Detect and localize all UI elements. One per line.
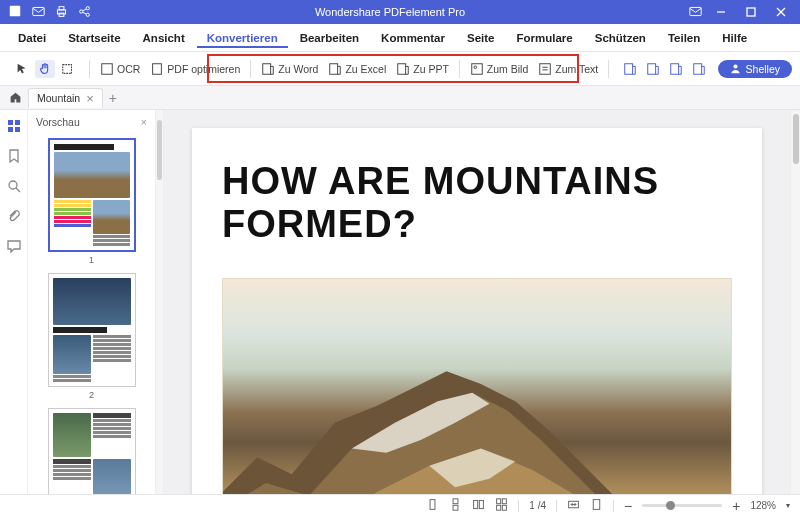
- svg-rect-24: [625, 63, 633, 74]
- minimize-button[interactable]: [710, 3, 732, 21]
- mail2-icon[interactable]: [689, 5, 702, 20]
- page-indicator[interactable]: 1 /4: [529, 500, 546, 511]
- menu-teilen[interactable]: Teilen: [658, 28, 710, 48]
- fit-width-icon[interactable]: [567, 498, 580, 513]
- print-icon[interactable]: [55, 5, 68, 20]
- svg-rect-10: [747, 8, 755, 16]
- zoom-dropdown-icon[interactable]: ▾: [786, 501, 790, 510]
- home-icon[interactable]: [6, 89, 24, 107]
- svg-rect-41: [503, 499, 507, 504]
- tab-add-button[interactable]: +: [109, 90, 117, 106]
- select-tool[interactable]: [58, 60, 78, 78]
- convert-other4-button[interactable]: [689, 60, 709, 78]
- document-tabbar: Mountain × +: [0, 86, 800, 110]
- svg-rect-36: [453, 499, 458, 504]
- user-account-button[interactable]: Shelley: [718, 60, 792, 78]
- page-1: HOW ARE MOUNTAINS FORMED?: [192, 128, 762, 509]
- toolbar: OCR PDF optimieren Zu Word Zu Excel Zu P…: [0, 52, 800, 86]
- menu-bar: Datei Startseite Ansicht Konvertieren Be…: [0, 24, 800, 52]
- to-ppt-label: Zu PPT: [413, 63, 449, 75]
- svg-rect-32: [15, 127, 20, 132]
- to-image-button[interactable]: Zum Bild: [467, 60, 531, 78]
- svg-rect-3: [59, 6, 64, 9]
- thumb-scrollbar[interactable]: [156, 110, 164, 509]
- zoom-slider[interactable]: [642, 504, 722, 507]
- thumbnails-icon[interactable]: [6, 118, 22, 134]
- svg-rect-17: [330, 63, 338, 74]
- svg-rect-14: [102, 63, 113, 74]
- convert-other1-button[interactable]: [620, 60, 640, 78]
- svg-point-28: [733, 64, 737, 68]
- menu-kommentar[interactable]: Kommentar: [371, 28, 455, 48]
- layout-two-cont-icon[interactable]: [495, 498, 508, 513]
- tab-close-button[interactable]: ×: [86, 92, 94, 105]
- search-icon[interactable]: [6, 178, 22, 194]
- to-text-button[interactable]: Zum Text: [535, 60, 601, 78]
- document-tab[interactable]: Mountain ×: [28, 88, 103, 108]
- document-tab-label: Mountain: [37, 92, 80, 104]
- menu-bearbeiten[interactable]: Bearbeiten: [290, 28, 369, 48]
- svg-point-5: [80, 9, 83, 12]
- page-viewport[interactable]: HOW ARE MOUNTAINS FORMED?: [164, 110, 790, 509]
- svg-point-6: [86, 6, 89, 9]
- vertical-scrollbar[interactable]: [790, 110, 800, 509]
- svg-rect-8: [690, 7, 701, 15]
- menu-schuetzen[interactable]: Schützen: [585, 28, 656, 48]
- page-hero-image: [222, 278, 732, 509]
- svg-point-7: [86, 13, 89, 16]
- canvas-area: HOW ARE MOUNTAINS FORMED?: [156, 110, 800, 509]
- svg-rect-31: [8, 127, 13, 132]
- to-image-label: Zum Bild: [487, 63, 528, 75]
- comment-icon[interactable]: [6, 238, 22, 254]
- layout-single-icon[interactable]: [426, 498, 439, 513]
- ocr-button[interactable]: OCR: [97, 60, 143, 78]
- title-bar: Wondershare PDFelement Pro: [0, 0, 800, 24]
- to-excel-button[interactable]: Zu Excel: [325, 60, 389, 78]
- svg-rect-18: [398, 63, 406, 74]
- close-button[interactable]: [770, 3, 792, 21]
- pdf-optimize-button[interactable]: PDF optimieren: [147, 60, 243, 78]
- bookmark-icon[interactable]: [6, 148, 22, 164]
- zoom-out-button[interactable]: −: [624, 498, 632, 514]
- convert-other3-button[interactable]: [666, 60, 686, 78]
- zoom-value[interactable]: 128%: [750, 500, 776, 511]
- to-text-label: Zum Text: [555, 63, 598, 75]
- svg-rect-13: [63, 64, 72, 73]
- share-icon[interactable]: [78, 5, 91, 20]
- thumbnail-page-2[interactable]: [48, 273, 136, 387]
- maximize-button[interactable]: [740, 3, 762, 21]
- svg-rect-35: [430, 500, 435, 510]
- menu-formulare[interactable]: Formulare: [507, 28, 583, 48]
- thumbnail-list[interactable]: 1 2: [28, 134, 155, 509]
- side-rail: [0, 110, 28, 509]
- menu-konvertieren[interactable]: Konvertieren: [197, 28, 288, 48]
- svg-rect-40: [497, 499, 501, 504]
- menu-hilfe[interactable]: Hilfe: [712, 28, 757, 48]
- to-word-button[interactable]: Zu Word: [258, 60, 321, 78]
- convert-other2-button[interactable]: [643, 60, 663, 78]
- layout-two-icon[interactable]: [472, 498, 485, 513]
- svg-rect-29: [8, 120, 13, 125]
- svg-rect-42: [497, 505, 501, 510]
- pointer-tool[interactable]: [12, 60, 32, 78]
- svg-rect-19: [472, 63, 483, 74]
- menu-datei[interactable]: Datei: [8, 28, 56, 48]
- svg-rect-0: [10, 6, 21, 17]
- svg-point-33: [9, 181, 17, 189]
- attachment-icon[interactable]: [6, 208, 22, 224]
- fit-page-icon[interactable]: [590, 498, 603, 513]
- mail-icon[interactable]: [32, 5, 45, 20]
- menu-startseite[interactable]: Startseite: [58, 28, 130, 48]
- panel-close-icon[interactable]: ×: [141, 116, 147, 128]
- svg-rect-15: [153, 63, 162, 74]
- layout-continuous-icon[interactable]: [449, 498, 462, 513]
- hand-tool[interactable]: [35, 60, 55, 78]
- svg-rect-45: [593, 500, 600, 510]
- to-ppt-button[interactable]: Zu PPT: [393, 60, 452, 78]
- menu-ansicht[interactable]: Ansicht: [133, 28, 195, 48]
- zoom-in-button[interactable]: +: [732, 498, 740, 514]
- menu-seite[interactable]: Seite: [457, 28, 505, 48]
- thumbnail-page-1[interactable]: [48, 138, 136, 252]
- svg-rect-16: [263, 63, 271, 74]
- ocr-label: OCR: [117, 63, 140, 75]
